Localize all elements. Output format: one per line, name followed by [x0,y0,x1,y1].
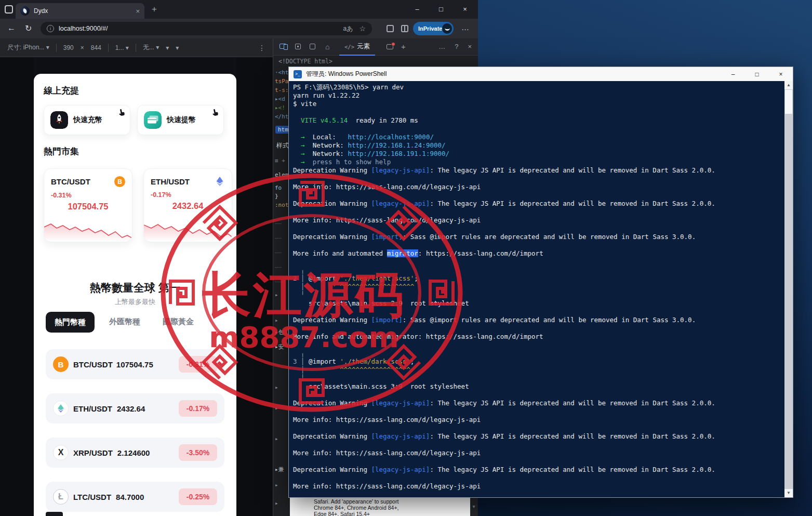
coin-row-eth[interactable]: ETH/USDT 2432.64 -0.17% [46,393,224,424]
powershell-icon: >_ [294,70,302,78]
change-badge: -0.17% [179,400,217,417]
devtools-strip-fragment: :not [275,202,289,208]
devtools-strip-fragment: ▸安 [275,343,284,351]
tab-close-icon[interactable]: × [136,7,140,15]
device-toolbar-menu-icon[interactable]: ⋮ [258,44,265,52]
terminal-line: Deprecation Warning [import]: Sass @impo… [293,233,784,241]
devtools-strip-fragment: ▸ [275,435,278,442]
terminal-line [293,108,784,116]
devtools-more-icon[interactable]: … [438,43,445,50]
change-badge: -0.25% [179,488,217,505]
terminal-line: ╷ [293,349,784,358]
split-screen-icon[interactable] [401,25,408,32]
devtools-close-icon[interactable]: × [468,43,472,50]
devtools-help-icon[interactable]: ? [455,43,458,50]
tab-actions-icon[interactable] [5,5,13,14]
minimize-button[interactable]: – [405,0,429,18]
browser-window-controls: – □ × [405,0,477,19]
terminal-line: Deprecation Warning [import]: Sass @impo… [293,316,784,324]
terminal-line [293,308,784,316]
browser-menu-icon[interactable]: … [461,23,469,32]
terminal-line: More info and automated migrator: https:… [293,333,784,341]
profile-avatar[interactable] [442,23,452,34]
price-label: 2432.64 [117,404,145,413]
coin-row-btc[interactable]: B BTC/USDT 107504.75 -0.31% [46,349,224,379]
inspect-element-icon[interactable] [295,44,301,49]
powershell-scrollbar[interactable]: ▲ ▼ [784,81,793,497]
url-bar[interactable]: i localhost:9000/#/ aあ ☆ [41,22,372,35]
home-icon[interactable]: ⌂ [325,43,329,51]
terminal-line: yarn run v1.22.22 [293,91,784,100]
tab-title: Dydx [34,7,131,15]
scroll-up-icon[interactable]: ▲ [784,81,793,89]
pointer-mode-select[interactable]: ▾ [166,44,169,51]
devtools-strip-fragment: element [275,171,289,178]
maximize-button[interactable]: □ [429,0,453,18]
multiply-icon: × [81,44,84,51]
favorite-star-icon[interactable]: ☆ [359,24,366,33]
console-tab-icon[interactable] [387,44,393,49]
devtools-scrollbar[interactable]: ▾ [470,497,477,516]
devtools-strip-fragment: t-s: [275,87,289,94]
screen: Dydx × + – □ × ← ↻ i localhost:9000/#/ a… [0,0,812,516]
change-badge: -0.31% [179,356,217,373]
powershell-output[interactable]: PS F:\源码\23085\h5> yarn devyarn run v1.2… [289,81,784,497]
devtools-strip-fragment: ·<ht [275,69,289,76]
tab-hot-coins[interactable]: 熱門幣種 [46,312,95,333]
eth-market-card[interactable]: ETH/USDT -0.17% 2432.64 [143,168,232,242]
terminal-line: src\assets\main.scss 3:9 root stylesheet [293,382,784,391]
device-width-input[interactable]: 390 [63,44,74,51]
site-info-icon[interactable]: i [47,25,54,32]
ps-maximize-button[interactable]: □ [745,67,769,81]
powershell-titlebar[interactable]: >_ 管理员: Windows PowerShell – □ × [289,67,793,81]
withdraw-card-icon [144,111,162,129]
inprivate-badge[interactable]: InPrivate [413,22,454,35]
refresh-button[interactable]: ↻ [25,23,32,33]
price-label: 2432.64 [144,201,232,211]
scrollbar-thumb[interactable] [785,90,792,114]
xrp-icon: X [53,445,69,460]
btc-market-card[interactable]: BTC/USDT B -0.31% 107504.75 [44,168,132,242]
add-devtools-tab-icon[interactable]: + [401,42,406,51]
tab-elements[interactable]: </> 元素 [339,38,375,56]
dock-side-icon[interactable] [310,44,315,49]
terminal-line: ╵ [293,291,784,299]
pair-label: ETH/USDT [73,404,112,413]
rocket-icon [50,111,68,129]
device-size-select[interactable]: 尺寸: iPhon... ▾ [7,43,49,52]
dpr-select[interactable]: 1... ▾ [115,44,129,51]
terminal-line: More info: https://sass-lang.com/d/legac… [293,449,784,457]
ps-minimize-button[interactable]: – [721,67,745,81]
compat-line: Safari. Add 'appearance' to support [314,498,467,505]
quick-deposit-button[interactable]: 快速充幣 [44,105,130,135]
quick-deposit-label: 快速充幣 [73,115,102,125]
devtools-strip-fragment: ▸ [275,405,278,412]
throttle-select[interactable]: 无... ▾ [143,43,159,52]
devtools-strip-fragment: ▸<d [275,96,285,102]
btc-icon: B [114,176,125,187]
ps-close-button[interactable]: × [769,67,793,81]
device-height-input[interactable]: 844 [91,44,101,51]
terminal-line: VITE v4.5.14 ready in 2780 ms [293,116,784,125]
devtools-strip-fragment: ▸包 [275,328,284,336]
terminal-line [293,208,784,216]
new-tab-button[interactable]: + [152,4,157,15]
close-button[interactable]: × [453,0,477,18]
tap-hand-icon [211,108,221,117]
coin-row-xrp[interactable]: X XRP/USDT 2.124600 -3.50% [46,438,224,468]
scroll-down-icon[interactable]: ▼ [784,489,793,497]
tab-gold[interactable]: 國際黃金 [163,317,194,327]
devtools-strip: ·<httsPat-s:▸<d▸<!</ht≡ +elementfo}:not╌… [273,38,289,516]
quick-withdraw-button[interactable]: 快速提幣 [137,105,224,135]
translate-icon[interactable]: aあ [343,24,353,33]
devtools-strip-fragment: ▸<! [275,104,285,111]
error-badge [391,42,395,46]
styles-tab-label[interactable]: 样式 [276,141,289,150]
coin-row-ltc[interactable]: Ł LTC/USDT 84.7000 -0.25% [46,482,224,512]
rotate-device-icon[interactable]: ▾ [176,44,179,51]
browser-tab[interactable]: Dydx × [16,3,144,19]
back-button[interactable]: ← [7,23,16,33]
tab-forex[interactable]: 外匯幣種 [109,317,140,327]
favorites-bar-icon[interactable] [387,25,394,32]
terminal-line: Deprecation Warning [legacy-js-api]: The… [293,200,784,208]
